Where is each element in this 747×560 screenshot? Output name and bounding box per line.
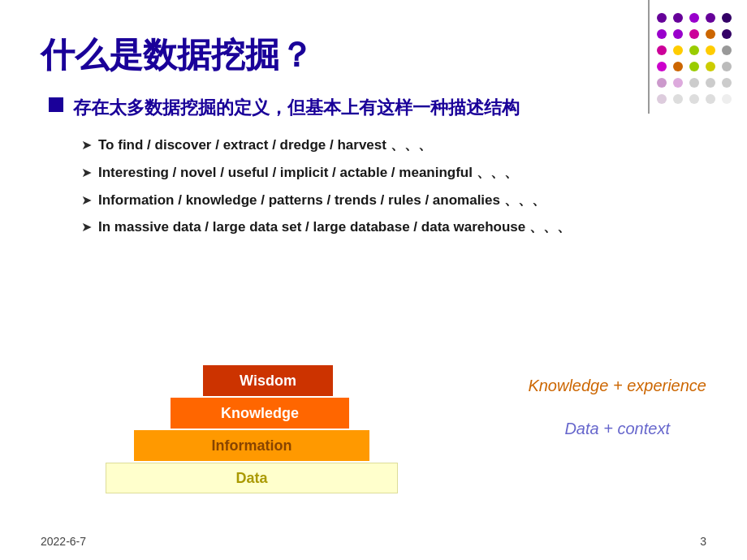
slide-title: 什么是数据挖掘？: [41, 32, 706, 78]
bullet-square-icon: [49, 97, 63, 112]
sub-bullet-2: ➤ Interesting / novel / useful / implici…: [81, 163, 706, 183]
pyramid-information-row: Information: [81, 430, 422, 461]
svg-point-1: [673, 13, 683, 23]
svg-point-16: [673, 62, 683, 71]
information-box: Information: [134, 430, 369, 461]
sub-bullet-4: ➤ In massive data / large data set / lar…: [81, 218, 706, 237]
svg-point-20: [657, 78, 667, 88]
arrow-icon-4: ➤: [81, 219, 92, 235]
wisdom-label: Wisdom: [240, 373, 296, 390]
svg-point-12: [689, 45, 699, 55]
wisdom-box: Wisdom: [203, 365, 333, 396]
arrow-icon-3: ➤: [81, 192, 92, 208]
svg-point-6: [673, 29, 683, 39]
svg-point-8: [706, 29, 715, 39]
sub-bullet-text-2: Interesting / novel / useful / implicit …: [98, 163, 518, 183]
svg-point-9: [722, 29, 732, 39]
svg-point-2: [689, 13, 699, 23]
svg-point-10: [657, 45, 667, 55]
knowledge-label: Knowledge: [221, 405, 299, 422]
svg-point-17: [689, 62, 699, 71]
svg-point-28: [706, 94, 715, 104]
svg-point-26: [673, 94, 683, 104]
data-label: Data: [235, 470, 267, 487]
pyramid-data-row: Data: [81, 463, 422, 493]
arrow-icon-1: ➤: [81, 137, 92, 153]
dot-pattern: [650, 8, 739, 106]
main-bullet: 存在太多数据挖掘的定义，但基本上有这样一种描述结构: [49, 94, 706, 121]
data-context-label: Data + context: [528, 420, 706, 438]
svg-point-25: [657, 94, 667, 104]
svg-point-11: [673, 45, 683, 55]
data-box: Data: [106, 463, 398, 493]
data-context-text: Data + context: [564, 420, 670, 437]
knowledge-experience-label: Knowledge + experience: [528, 377, 706, 395]
slide: 什么是数据挖掘？ 存在太多数据挖掘的定义，但基本上有这样一种描述结构 ➤ To …: [0, 0, 747, 560]
sub-bullets: ➤ To find / discover / extract / dredge …: [81, 136, 706, 237]
svg-point-15: [657, 62, 667, 71]
svg-point-23: [706, 78, 715, 88]
svg-point-3: [706, 13, 715, 23]
pyramid-diagram: Wisdom Knowledge Information Data: [81, 365, 422, 495]
knowledge-experience-text: Knowledge + experience: [528, 377, 706, 394]
svg-point-0: [657, 13, 667, 23]
right-labels: Knowledge + experience Data + context: [528, 377, 706, 463]
footer-date: 2022-6-7: [41, 535, 86, 548]
sub-bullet-text-3: Information / knowledge / patterns / tre…: [98, 191, 546, 210]
content-area: 存在太多数据挖掘的定义，但基本上有这样一种描述结构 ➤ To find / di…: [49, 94, 706, 237]
svg-point-14: [722, 45, 732, 55]
svg-point-22: [689, 78, 699, 88]
pyramid-wisdom-row: Wisdom: [81, 365, 422, 396]
svg-point-29: [722, 94, 732, 104]
vertical-line: [648, 0, 650, 114]
sub-bullet-1: ➤ To find / discover / extract / dredge …: [81, 136, 706, 155]
svg-point-27: [689, 94, 699, 104]
pyramid-knowledge-row: Knowledge: [81, 398, 422, 429]
main-bullet-text: 存在太多数据挖掘的定义，但基本上有这样一种描述结构: [73, 94, 520, 121]
svg-point-18: [706, 62, 715, 71]
sub-bullet-text-1: To find / discover / extract / dredge / …: [98, 136, 432, 155]
footer: 2022-6-7 3: [41, 535, 706, 548]
information-label: Information: [212, 437, 292, 454]
svg-point-21: [673, 78, 683, 88]
footer-page: 3: [700, 535, 706, 548]
svg-point-4: [722, 13, 732, 23]
sub-bullet-text-4: In massive data / large data set / large…: [98, 218, 571, 237]
svg-point-5: [657, 29, 667, 39]
svg-point-24: [722, 78, 732, 88]
svg-point-7: [689, 29, 699, 39]
knowledge-box: Knowledge: [171, 398, 349, 429]
sub-bullet-3: ➤ Information / knowledge / patterns / t…: [81, 191, 706, 210]
arrow-icon-2: ➤: [81, 165, 92, 180]
svg-point-19: [722, 62, 732, 71]
svg-point-13: [706, 45, 715, 55]
